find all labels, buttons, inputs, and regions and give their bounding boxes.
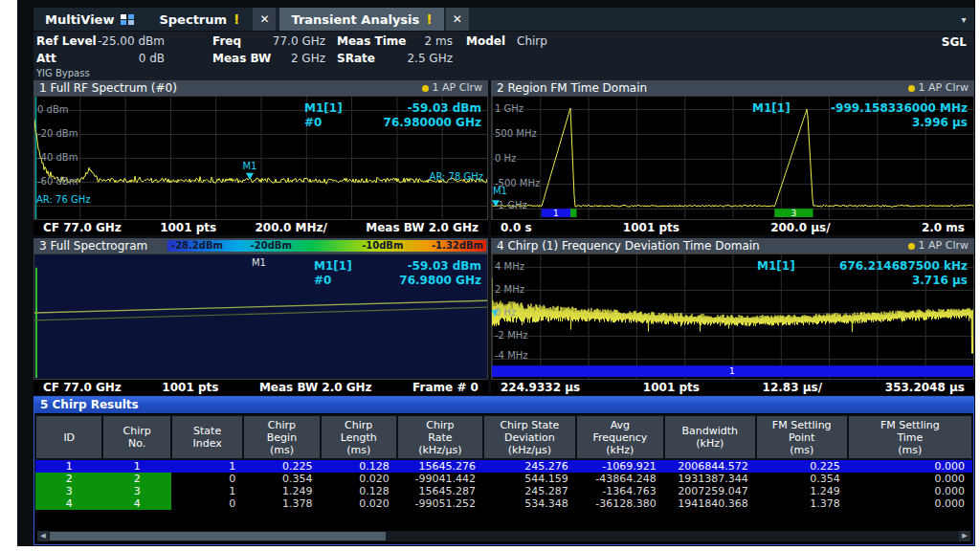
table-cell[interactable]: 0 xyxy=(171,473,243,485)
setting-meas-time[interactable]: Meas Time 2 ms xyxy=(337,34,453,48)
column-header[interactable]: Chirp StateDeviation(kHz/µs) xyxy=(483,415,576,459)
table-cell[interactable]: 544.159 xyxy=(483,473,576,485)
h-scrollbar[interactable]: ◀ ▶ xyxy=(37,531,970,541)
column-header[interactable]: FM SettlingPoint(ms) xyxy=(756,415,848,459)
table-cell[interactable]: 1.378 xyxy=(243,497,320,510)
column-header[interactable]: FM SettlingTime(ms) xyxy=(848,415,972,459)
fm-time-domain-chart[interactable]: 13 M1 1 GHz 500 MHz 0 Hz -500 MHz -1 GHz… xyxy=(491,96,974,220)
table-cell[interactable]: -36128.380 xyxy=(576,497,664,510)
table-cell[interactable]: -43864.248 xyxy=(576,473,664,485)
panel-title-bar[interactable]: 2 Region FM Time Domain 1 AP Clrw xyxy=(491,80,974,96)
table-cell[interactable]: -1069.921 xyxy=(576,459,664,473)
table-cell[interactable]: 0.128 xyxy=(321,459,397,473)
table-row[interactable]: 4401.3780.020-99051.252534.348-36128.380… xyxy=(35,497,972,510)
marker-value: 3.716 µs xyxy=(912,274,968,288)
table-cell[interactable]: 2 xyxy=(35,473,102,485)
frequency-deviation-chart[interactable]: 1 4 MHz 2 MHz 0 Hz -2 MHz -4 MHz M1[1]67… xyxy=(491,253,974,380)
setting-model[interactable]: Model Chirp xyxy=(466,34,547,48)
column-header[interactable]: StateIndex xyxy=(171,415,243,459)
setting-ref-level[interactable]: Ref Level -25.00 dBm xyxy=(36,34,165,48)
table-cell[interactable]: 0.225 xyxy=(243,459,320,473)
table-cell[interactable]: 1941840.368 xyxy=(664,497,756,510)
setting-meas-bw[interactable]: Meas BW 2 GHz xyxy=(212,52,325,65)
tab-transient-close-button[interactable]: ✕ xyxy=(446,8,469,31)
tab-spectrum-close-button[interactable]: ✕ xyxy=(253,8,276,31)
table-cell[interactable]: 245.287 xyxy=(483,485,576,497)
table-row[interactable]: 1110.2250.12815645.276245.276-1069.92120… xyxy=(35,459,972,473)
column-header[interactable]: ChirpLength(ms) xyxy=(321,415,397,459)
column-header[interactable]: ChirpBegin(ms) xyxy=(243,415,320,459)
table-cell[interactable]: 1 xyxy=(35,459,102,473)
table-cell[interactable]: 1931387.344 xyxy=(664,473,756,485)
table-cell[interactable]: -99051.252 xyxy=(397,497,483,510)
table-cell[interactable]: 4 xyxy=(35,497,102,510)
column-header[interactable]: ChirpRate(kHz/µs) xyxy=(397,415,483,459)
scroll-right-button[interactable]: ▶ xyxy=(959,531,970,541)
chirp-results-table: IDChirpNo.StateIndexChirpBegin(ms)ChirpL… xyxy=(34,414,973,510)
table-cell[interactable]: 1.378 xyxy=(756,497,848,510)
marker-readout: M1[1]-59.03 dBm #076.9800 GHz xyxy=(314,259,481,288)
tab-overflow-button[interactable]: ▾ xyxy=(953,8,974,31)
table-row[interactable]: 3311.2490.12815645.287245.287-1364.76320… xyxy=(35,485,972,497)
table-cell[interactable]: 1.249 xyxy=(243,485,320,497)
table-cell[interactable]: 2006844.572 xyxy=(664,459,756,473)
tab-spectrum[interactable]: Spectrum ! xyxy=(147,8,251,31)
table-cell[interactable]: 0.225 xyxy=(756,459,848,473)
table-cell[interactable]: 0 xyxy=(171,497,243,510)
table-cell[interactable]: 0.020 xyxy=(321,497,397,510)
setting-label: Model xyxy=(466,34,505,48)
table-cell[interactable]: 15645.276 xyxy=(397,459,483,473)
table-cell[interactable]: 1.249 xyxy=(756,485,848,497)
table-cell[interactable]: 0.128 xyxy=(321,485,397,497)
table-cell[interactable]: 534.348 xyxy=(483,497,576,510)
setting-value: Chirp xyxy=(517,34,547,48)
column-header[interactable]: ID xyxy=(35,415,102,459)
table-cell[interactable]: 0.354 xyxy=(756,473,848,485)
table-cell[interactable]: 1 xyxy=(171,459,243,473)
tab-label: Transient Analysis xyxy=(291,12,419,27)
table-cell[interactable]: 1 xyxy=(102,459,170,473)
panel-title-bar[interactable]: 4 Chirp (1) Frequency Deviation Time Dom… xyxy=(491,238,974,253)
table-cell[interactable]: 0.000 xyxy=(848,485,972,497)
table-cell[interactable]: -99041.442 xyxy=(397,473,483,485)
setting-label: Freq xyxy=(212,34,241,48)
table-cell[interactable]: 2007259.047 xyxy=(664,485,756,497)
tab-label: MultiView xyxy=(45,12,114,27)
setting-freq[interactable]: Freq 77.0 GHz xyxy=(212,34,325,48)
results-title-bar[interactable]: 5 Chirp Results xyxy=(34,397,973,413)
column-header[interactable]: AvgFrequency(kHz) xyxy=(576,415,664,459)
panel-title-bar[interactable]: 3 Full Spectrogram -28.2dBm -20dBm -10dB… xyxy=(33,238,488,253)
tab-transient-analysis[interactable]: Transient Analysis ! xyxy=(279,8,443,31)
table-cell[interactable]: -1364.763 xyxy=(576,485,664,497)
table-cell[interactable]: 0.000 xyxy=(848,497,972,510)
close-icon: ✕ xyxy=(453,12,462,26)
ar-annotation-left: AR: 76 GHz xyxy=(36,194,90,205)
table-cell[interactable]: 245.276 xyxy=(483,459,576,473)
panel-title-bar[interactable]: 1 Full RF Spectrum (#0) 1 AP Clrw xyxy=(33,80,488,96)
setting-att[interactable]: Att 0 dB xyxy=(36,52,165,65)
setting-label: Att xyxy=(36,52,56,65)
trace-badge: 1 AP Clrw xyxy=(908,80,969,96)
scroll-thumb[interactable] xyxy=(50,532,386,540)
column-header[interactable]: ChirpNo. xyxy=(102,415,170,459)
table-cell[interactable]: 0.000 xyxy=(848,473,972,485)
spectrogram-chart[interactable]: M1 M1[1]-59.03 dBm #076.9800 GHz xyxy=(33,253,488,380)
tab-multiview[interactable]: MultiView xyxy=(33,8,145,31)
table-cell[interactable]: 3 xyxy=(35,485,102,497)
table-cell[interactable]: 0.354 xyxy=(243,473,320,485)
column-header[interactable]: Bandwidth(kHz) xyxy=(664,415,756,459)
scroll-left-button[interactable]: ◀ xyxy=(37,531,49,541)
table-cell[interactable]: 3 xyxy=(102,485,170,497)
table-row[interactable]: 2200.3540.020-99041.442544.159-43864.248… xyxy=(35,473,972,485)
table-cell[interactable]: 0.020 xyxy=(321,473,397,485)
deviation-trace xyxy=(492,278,973,354)
table-cell[interactable]: 2 xyxy=(102,473,170,485)
setting-srate[interactable]: SRate 2.5 GHz xyxy=(337,52,453,65)
table-cell[interactable]: 15645.287 xyxy=(397,485,483,497)
footer-item: 2.0 ms xyxy=(922,221,965,234)
tab-label: Spectrum xyxy=(159,12,227,27)
rf-spectrum-chart[interactable]: M1 0 dBm -20 dBm -40 dBm -60 dBm M1[1]-5… xyxy=(33,96,488,220)
table-cell[interactable]: 1 xyxy=(171,485,243,497)
table-cell[interactable]: 0.000 xyxy=(848,459,972,473)
table-cell[interactable]: 4 xyxy=(102,497,170,510)
